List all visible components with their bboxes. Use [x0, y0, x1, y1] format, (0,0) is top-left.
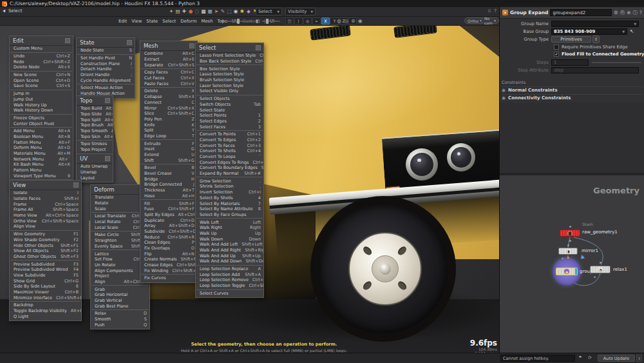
brush-size-slider[interactable]: ◧: [256, 19, 280, 24]
menu-item[interactable]: Add MenuAlt+A: [10, 128, 73, 134]
menu-item[interactable]: Fix OverlapsO: [140, 246, 197, 251]
refresh-icon[interactable]: ⟳: [588, 355, 592, 360]
menu-item[interactable]: RedoCtrl+Shift+Z: [10, 59, 73, 64]
menu-item[interactable]: DuplicateCtrl+D: [140, 217, 197, 223]
menu-item[interactable]: Copy FacesCtrl+C: [140, 70, 197, 75]
menu-item[interactable]: Convert To PointsCtrl+1: [196, 132, 263, 137]
menu-item[interactable]: Deform MenuAlt+D: [10, 145, 73, 151]
menu-item[interactable]: Home ViewAlt+Ctrl+Space: [10, 213, 81, 219]
dropdown-arrows-icon[interactable]: ⇕: [592, 35, 600, 43]
menu-item[interactable]: Show GridCtrl+G: [10, 278, 81, 284]
menu-item[interactable]: Select By Face Groups: [196, 212, 263, 218]
menu-item[interactable]: Convert To Loops`: [196, 154, 263, 160]
normal-constraints-section[interactable]: ◉ Normal Constraints: [502, 86, 643, 93]
menu-item[interactable]: Convert To FacesCtrl+3: [196, 142, 263, 148]
menu-item[interactable]: Wire Shade GeometryF2: [10, 237, 81, 243]
menu-item[interactable]: Show All ObjectsShift+F2: [10, 248, 81, 254]
soft-radius-slider[interactable]: ✛: [221, 19, 252, 24]
normals-icon[interactable]: ◉: [358, 17, 363, 25]
menu-item[interactable]: ExtendU: [140, 152, 197, 158]
info-icon[interactable]: ⓘ: [633, 10, 638, 16]
menu-item[interactable]: Select By Materials7: [196, 201, 263, 206]
menu-item[interactable]: Walk And Add RightShift+Right: [196, 248, 263, 253]
sphere-icon[interactable]: ●: [188, 8, 193, 15]
menu-item[interactable]: Edge LoopT: [140, 133, 197, 139]
menu-item[interactable]: IsolateI: [10, 190, 81, 196]
menu-item[interactable]: Topo SmoothAlt+5: [77, 128, 113, 134]
menu-item[interactable]: Invert SelectionCtrl+I: [196, 190, 263, 195]
menu-item[interactable]: UndoCtrl+Z: [10, 54, 73, 59]
menu-item[interactable]: ThicknessAlt+T: [140, 188, 197, 193]
brush-icon[interactable]: ➤: [214, 8, 219, 15]
base-group-input[interactable]: 835 843 908-909 ▼: [551, 28, 627, 35]
grid-icon[interactable]: ▦: [207, 8, 213, 15]
node-group-selected[interactable]: ◆: [556, 268, 578, 275]
menu-item[interactable]: Crease EdgesCtrl+Shift+V: [140, 262, 197, 268]
plus-icon[interactable]: ✚: [182, 8, 187, 15]
menu-item[interactable]: SmoothS: [91, 317, 149, 322]
menu-item[interactable]: Orient Handle;: [77, 72, 135, 78]
symmetry-x-button[interactable]: X: [321, 17, 330, 25]
magnifier-icon[interactable]: ⊕: [627, 10, 630, 16]
menu-item[interactable]: InsetG: [140, 146, 197, 152]
menu-item[interactable]: ArrayAlt+Shift+D: [140, 223, 197, 229]
menu-item[interactable]: FillShift+F: [140, 201, 197, 206]
display-flag[interactable]: [575, 268, 577, 275]
menu-item[interactable]: Topo Project: [77, 147, 113, 153]
menu-item[interactable]: ReduceCtrl+Shift+R: [140, 234, 197, 240]
menu-item[interactable]: SliceCtrl+Shift+C: [140, 111, 197, 117]
node-label[interactable]: relax1: [613, 267, 627, 272]
viewport-menu-edit[interactable]: Edit: [118, 19, 127, 24]
menu-item[interactable]: Walk RightRight: [196, 225, 263, 231]
menu-item[interactable]: Open SceneCtrl+O: [10, 77, 73, 83]
menu-item[interactable]: Grab: [91, 286, 149, 292]
menu-item[interactable]: Network MenuAlt+`: [10, 156, 73, 162]
menu-item[interactable]: Select Visible Only: [196, 88, 263, 94]
menu-item[interactable]: Walk History Up: [10, 102, 73, 108]
share-edge-checkbox[interactable]: [554, 44, 559, 50]
menu-close-button[interactable]: [105, 156, 110, 161]
menu-item[interactable]: Toggle Backdrop VisibilityAlt+Ctrl+B: [10, 308, 81, 314]
menu-item[interactable]: DeleteX: [140, 88, 197, 94]
menu-item[interactable]: Unwrap: [77, 170, 113, 175]
menu-item[interactable]: Auto Unwrap: [77, 164, 113, 170]
menu-item[interactable]: Select Points1: [196, 113, 263, 119]
menu-item[interactable]: Fix WindingCtrl+Shift+W: [140, 268, 197, 273]
menu-item[interactable]: Walk And Add DownShift+Down: [196, 259, 263, 264]
points-icon[interactable]: ⊚: [351, 17, 355, 25]
menu-item[interactable]: Detach Handle': [77, 66, 135, 72]
menu-item[interactable]: Boolean MenuAlt+B: [10, 134, 73, 140]
menu-item[interactable]: Split By EdgesAlt+Ctrl+X: [140, 212, 197, 218]
menu-item[interactable]: CombineAlt+C: [140, 51, 197, 57]
menu-close-button[interactable]: [65, 38, 70, 43]
node-relax[interactable]: ◔: [590, 266, 611, 273]
menu-item[interactable]: Backdrop: [10, 302, 81, 308]
menu-item[interactable]: Topo Strokes: [77, 141, 113, 147]
node-name-input[interactable]: groupexpand2: [550, 9, 612, 16]
menu-item[interactable]: Materials MenuAlt+M: [10, 151, 73, 157]
menu-item[interactable]: Set Handle PivotN: [77, 55, 135, 61]
group-type-dropdown[interactable]: Primitives: [551, 36, 591, 43]
menu-item[interactable]: Expand By NormalShift+#: [196, 171, 263, 177]
menu-item[interactable]: Bevel CreaseV: [140, 171, 197, 177]
menu-item[interactable]: Select Edges2: [196, 119, 263, 124]
menu-item[interactable]: Walk DownDown: [196, 236, 263, 242]
menu-item[interactable]: Align View: [10, 224, 81, 230]
cursor-icon[interactable]: ➢: [312, 17, 321, 25]
menu-item[interactable]: Grow Selection.: [196, 178, 263, 184]
node-label[interactable]: raw_geometry1: [582, 230, 618, 235]
viewport-menu-deform[interactable]: Deform: [180, 19, 196, 24]
menu-item[interactable]: Paste FacesCtrl+V: [140, 81, 197, 86]
help-icon[interactable]: ?: [494, 8, 497, 14]
menu-item[interactable]: BevelB: [140, 165, 197, 171]
menu-item[interactable]: Hide Other ObjectsShift+F1: [10, 242, 81, 248]
menu-close-button[interactable]: [127, 40, 132, 45]
menu-item[interactable]: FuseCtrl+Shift+F: [140, 206, 197, 212]
menu-item[interactable]: Walk LeftLeft: [196, 219, 263, 225]
menu-item[interactable]: Loop Selection AddShift+A: [196, 271, 263, 277]
viewport-menu-select[interactable]: Select: [162, 19, 176, 24]
menu-item[interactable]: ExtrudeF: [140, 141, 197, 146]
star-icon[interactable]: ✱: [240, 8, 245, 15]
menu-item[interactable]: Delete NodeAlt+X: [10, 64, 73, 70]
menu-item[interactable]: Frame AllShift+Space: [10, 207, 81, 213]
